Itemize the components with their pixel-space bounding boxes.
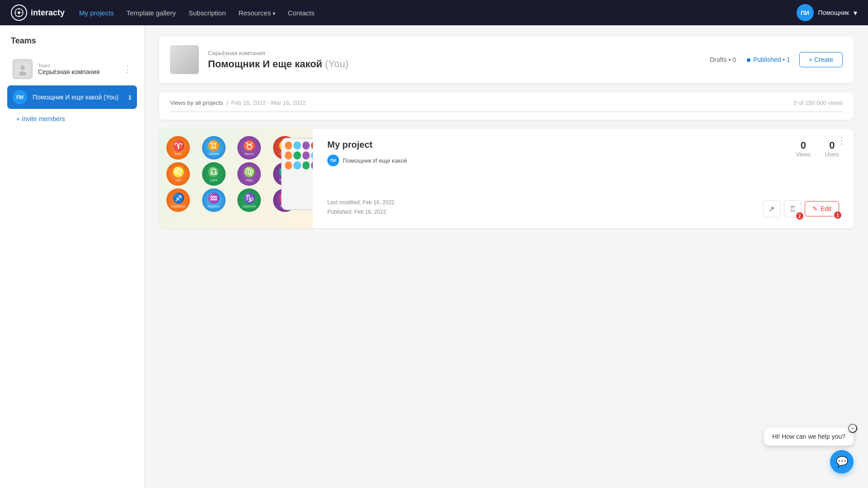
team-more-icon[interactable]: ⋮ [123, 64, 132, 74]
edit-badge: 1 [834, 211, 841, 219]
phone-dot-6 [293, 151, 301, 160]
user-menu[interactable]: ПИ Помощник ▾ [797, 4, 857, 21]
chat-open-button[interactable]: 💬 [830, 450, 854, 474]
published-date-label: Published: [327, 209, 353, 215]
views-count: 0 of 150 000 views [794, 99, 843, 106]
zodiac-capricorn: ♑Capricorn [237, 188, 261, 212]
card-bottom: Last modified: Feb 16, 2022 Published: F… [327, 198, 839, 217]
messenger-icon: 💬 [836, 456, 848, 468]
card-top: My project ПИ Помощник И еще какой 0 Vie… [327, 140, 839, 166]
nav-contacts[interactable]: Contacts [288, 9, 315, 17]
you-label: (You) [325, 58, 349, 70]
drafts-label: Drafts [710, 56, 726, 63]
project-stats: Drafts • 0 Published • 1 [710, 56, 790, 63]
svg-point-1 [18, 11, 20, 14]
published-stat[interactable]: Published • 1 [747, 56, 790, 63]
drafts-count: 0 [732, 56, 736, 63]
card-more-button[interactable]: ⋮ [837, 136, 846, 145]
phone-dot-12 [311, 161, 313, 169]
zodiac-virgo: ♍Virgo [237, 162, 261, 186]
edit-label: Edit [821, 205, 831, 212]
phone-dot-8 [311, 151, 313, 160]
views-stat-label: Views [796, 151, 811, 158]
logo-text: interacty [31, 8, 65, 18]
project-thumbnail [170, 45, 199, 74]
invite-members-button[interactable]: + Invite members [7, 111, 137, 127]
team-label: Team [38, 63, 118, 68]
external-link-button[interactable]: ↗ [763, 200, 780, 217]
views-label: Views by all projects | Feb 16, 2022 - M… [170, 99, 306, 106]
project-preview: ♈Aries♊Gemini♉Taurus♋Cancer♌Leo♎Libra♍Vi… [159, 129, 313, 228]
edit-icon: ✎ [812, 205, 818, 212]
zodiac-gemini: ♊Gemini [202, 136, 226, 160]
project-title: Помощник И еще какой (You) [208, 58, 701, 70]
zodiac-aries: ♈Aries [166, 136, 190, 160]
zodiac-taurus: ♉Taurus [237, 136, 261, 160]
views-progress-bar [170, 111, 843, 113]
team-name: Серьёзная компания [38, 68, 118, 75]
last-modified-label: Last modified: [327, 199, 361, 206]
card-author: ПИ Помощник И еще какой [327, 155, 787, 166]
analytics-badge: 2 [796, 212, 803, 220]
team-info: Team Серьёзная компания [38, 63, 118, 75]
chat-message-bubble: Hi! How can we help you? [764, 427, 854, 446]
edit-button[interactable]: ✎ Edit 1 [805, 201, 839, 216]
nav-resources[interactable]: Resources [239, 9, 275, 17]
card-dates: Last modified: Feb 16, 2022 Published: F… [327, 198, 395, 217]
user-name: Помощник [818, 9, 849, 16]
card-title-section: My project ПИ Помощник И еще какой [327, 140, 787, 166]
views-value: 0 [796, 140, 811, 151]
card-stat-views: 0 Views [796, 140, 811, 158]
card-stats: 0 Views 0 Users [796, 140, 839, 158]
published-date-value: Feb 16, 2022 [354, 209, 386, 215]
company-name: Серьёзная компания [208, 50, 701, 56]
views-bar: Views by all projects | Feb 16, 2022 - M… [159, 92, 854, 120]
zodiac-libra: ♎Libra [202, 162, 226, 186]
nav-template-gallery[interactable]: Template gallery [127, 9, 176, 17]
project-title-text: Помощник И еще какой [208, 58, 322, 70]
card-project-name: My project [327, 140, 787, 150]
chevron-down-icon: ▾ [854, 9, 857, 17]
sidebar-team-item[interactable]: Team Серьёзная компания ⋮ [7, 55, 137, 84]
author-avatar: ПИ [327, 155, 339, 166]
project-meta: Серьёзная компания Помощник И еще какой … [208, 50, 701, 70]
page-layout: Teams Team Серьёзная компания ⋮ ПИ Помощ… [0, 25, 868, 488]
phone-dot-3 [302, 141, 310, 150]
published-dot [747, 58, 750, 62]
chat-bubble-wrapper: Hi! How can we help you? − [764, 427, 854, 446]
sidebar-title: Teams [7, 36, 137, 46]
svg-point-7 [20, 66, 25, 70]
user-avatar: ПИ [797, 4, 814, 21]
views-by-label: Views by all projects [170, 99, 223, 106]
team-avatar [13, 59, 33, 79]
member-count: 1 [128, 94, 132, 101]
zodiac-leo: ♌Leo [166, 162, 190, 186]
sidebar: Teams Team Серьёзная компания ⋮ ПИ Помощ… [0, 25, 145, 488]
phone-dot-11 [302, 161, 310, 169]
main-content: Серьёзная компания Помощник И еще какой … [145, 25, 868, 488]
nav-subscription[interactable]: Subscription [189, 9, 226, 17]
drafts-stat: Drafts • 0 [710, 56, 736, 63]
project-header: Серьёзная компания Помощник И еще какой … [159, 36, 854, 83]
phone-dot-9 [285, 161, 292, 169]
published-label: Published [753, 56, 781, 63]
sidebar-member-item[interactable]: ПИ Помощник И еще какой (You) 1 [7, 85, 137, 109]
logo-icon [11, 5, 27, 21]
card-info: My project ПИ Помощник И еще какой 0 Vie… [313, 129, 854, 228]
project-card: ⋮ ♈Aries♊Gemini♉Taurus♋Cancer♌Leo♎Libra♍… [159, 129, 854, 228]
create-button[interactable]: + Create [799, 52, 843, 67]
zodiac-sagittarius: ♐Sagittarius [166, 188, 190, 212]
invite-label: + Invite members [16, 115, 65, 122]
phone-dot-7 [302, 151, 310, 160]
nav-links: My projects Template gallery Subscriptio… [79, 9, 782, 17]
views-bar-top: Views by all projects | Feb 16, 2022 - M… [170, 99, 843, 106]
external-link-icon: ↗ [769, 205, 774, 213]
chat-close-button[interactable]: − [848, 424, 857, 433]
logo[interactable]: interacty [11, 5, 65, 21]
analytics-button[interactable]: ♖ 2 [784, 200, 801, 217]
phone-dot-5 [285, 151, 292, 160]
phone-dot-2 [293, 141, 301, 150]
nav-my-projects[interactable]: My projects [79, 9, 114, 17]
member-avatar: ПИ [13, 90, 27, 104]
thumbnail-image [170, 45, 199, 74]
